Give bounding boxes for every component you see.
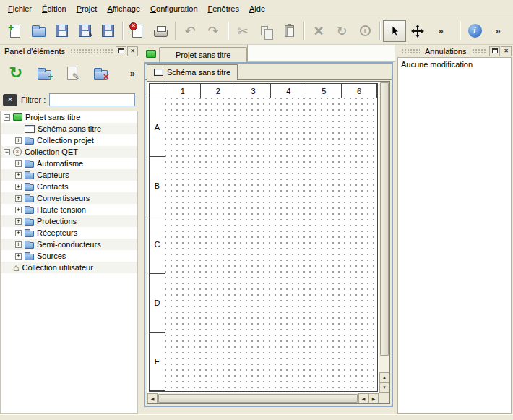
menu-fichier[interactable]: Fichier [3,1,37,16]
expand-icon[interactable]: + [15,184,22,190]
collapse-icon[interactable]: − [4,149,10,155]
tree-item-collection-projet[interactable]: + Collection projet [1,134,137,146]
expand-icon[interactable]: + [15,241,22,248]
close-panel-button[interactable]: ✕ [127,46,138,56]
filter-input[interactable] [49,93,135,106]
project-window: Schéma sans titre 1 2 3 4 5 6 A [144,62,393,407]
select-tool-button[interactable] [383,20,406,42]
delete-button[interactable]: ✕ [307,20,330,42]
tree-item-label: Convertisseurs [37,194,90,202]
open-button[interactable] [27,20,50,42]
vertical-scrollbar[interactable]: ▲ ▼ [379,82,389,393]
float-panel-button[interactable] [489,46,500,56]
float-panel-button[interactable] [116,46,126,56]
tree-item-projet-sans-titre[interactable]: − Projet sans titre [1,111,137,123]
tree-item-schema-sans-titre[interactable]: Schéma sans titre [1,123,137,134]
tab-schema-sans-titre[interactable]: Schéma sans titre [147,64,238,80]
save-button[interactable] [50,20,73,42]
menu-bar: Fichier Édition Projet Affichage Configu… [0,0,513,17]
new-element-button[interactable]: + [33,61,56,85]
horizontal-scrollbar-thumb[interactable] [158,394,358,403]
close-panel-button[interactable]: ✕ [501,46,512,56]
save-as-button[interactable]: ✎ [73,20,96,42]
expand-icon[interactable]: + [15,160,22,167]
menu-affichage[interactable]: Affichage [102,1,145,16]
toolbar-separator [303,22,304,40]
undo-history-list[interactable]: Aucune modification [397,57,512,414]
scroll-left-button-2[interactable]: ◀ [358,393,368,403]
close-file-button[interactable]: ✕ [126,20,149,42]
expand-icon[interactable]: + [15,218,22,225]
vertical-scrollbar-thumb[interactable] [380,82,389,356]
tree-item-semi-conducteurs[interactable]: + Semi-conducteurs [1,239,137,250]
move-tool-button[interactable] [406,20,429,42]
menu-fenetres[interactable]: Fenêtres [203,1,244,16]
cut-button[interactable]: ✂ [231,20,254,42]
tree-item-automatisme[interactable]: + Automatisme [1,158,137,169]
element-info-button[interactable]: i [353,20,376,42]
tree-item-capteurs[interactable]: + Capteurs [1,169,137,181]
tree-item-label: Projet sans titre [25,113,80,121]
about-button[interactable]: i [463,20,486,42]
expand-icon[interactable]: + [15,137,22,144]
elements-panel-titlebar[interactable]: Panel d'éléments ✕ [0,45,139,57]
redo-button[interactable]: ↷ [202,20,225,42]
down-arrow-icon: ▼ [382,385,387,390]
restore-icon [118,48,124,53]
undo-button[interactable]: ↶ [178,20,202,42]
menu-configuration[interactable]: Configuration [145,1,202,16]
scroll-left-button[interactable]: ◀ [147,393,158,403]
reload-collections-button[interactable]: ↻ [4,61,27,85]
scrollbar-corner [379,393,389,403]
toolbar-overflow-chevron-2[interactable]: » [486,20,509,42]
expand-icon[interactable]: + [15,172,22,179]
tab-projet-sans-titre[interactable]: Projet sans titre [159,47,247,62]
new-file-icon: + [10,25,20,38]
tree-item-collection-qet[interactable]: − ✕ Collection QET [1,146,137,158]
dock-grip[interactable] [472,48,488,54]
folder-icon [25,196,34,202]
tree-item-contacts[interactable]: + Contacts [1,181,137,192]
dock-grip[interactable] [70,48,113,54]
folder-icon [25,173,34,179]
close-file-icon: ✕ [132,25,142,38]
elements-toolbar-overflow-chevron[interactable]: » [130,68,135,79]
collapse-icon[interactable]: − [4,114,10,121]
print-button[interactable] [149,20,172,42]
tree-item-haute-tension[interactable]: + Haute tension [1,204,137,215]
refresh-icon: ↻ [9,65,22,81]
scroll-right-button[interactable]: ▶ [368,393,379,403]
expand-icon[interactable]: + [15,253,22,260]
dock-grip[interactable] [401,48,420,54]
drawing-canvas[interactable] [165,98,377,391]
expand-icon[interactable]: + [15,230,22,236]
scroll-down-button[interactable]: ▼ [379,382,389,393]
tree-item-collection-utilisateur[interactable]: ⌂ Collection utilisateur [1,262,137,273]
tree-item-sources[interactable]: + Sources [1,250,137,262]
rotate-button[interactable]: ↻ [330,20,353,42]
delete-element-button[interactable]: ✕ [89,61,112,85]
edit-element-button[interactable]: ✎ [61,61,84,85]
copy-button[interactable] [254,20,277,42]
expand-icon[interactable]: + [15,207,22,213]
clear-filter-button[interactable]: ✕ [3,94,17,106]
undo-panel-titlebar[interactable]: Annulations ✕ [397,45,513,57]
menu-aide[interactable]: Aide [244,1,270,16]
horizontal-scrollbar[interactable]: ◀ ◀ ▶ [147,393,379,403]
paste-button[interactable] [277,20,301,42]
menu-projet[interactable]: Projet [72,1,103,16]
mdi-area: Projet sans titre Schéma sans titre [142,45,395,414]
column-header: 3 [236,84,272,98]
tree-item-recepteurs[interactable]: + Récepteurs [1,227,137,239]
new-file-button[interactable]: + [4,20,27,42]
cut-icon: ✂ [237,25,248,38]
menu-edition[interactable]: Édition [37,1,72,16]
scroll-up-button[interactable]: ▲ [379,372,389,382]
tree-item-convertisseurs[interactable]: + Convertisseurs [1,192,137,204]
toolbar-overflow-chevron[interactable]: » [429,20,452,42]
vertical-scrollbar-track[interactable] [379,356,389,372]
mdi-background: Schéma sans titre 1 2 3 4 5 6 A [142,62,395,414]
save-all-button[interactable] [96,20,119,42]
tree-item-protections[interactable]: + Protections [1,215,137,227]
expand-icon[interactable]: + [15,195,22,202]
